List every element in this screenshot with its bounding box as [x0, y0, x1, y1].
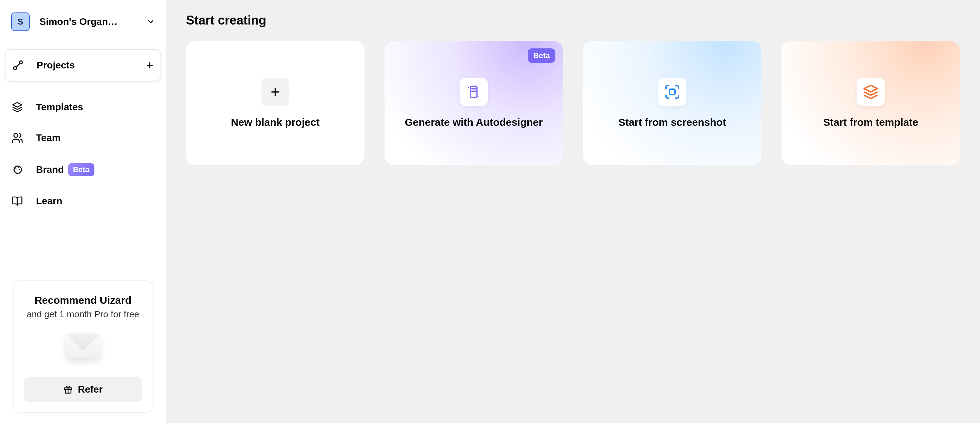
refer-button[interactable]: Refer — [24, 377, 142, 402]
card-autodesigner[interactable]: Beta Generate with Autodesigner — [385, 41, 563, 165]
svg-point-8 — [18, 167, 19, 168]
beta-badge: Beta — [68, 163, 94, 176]
refer-subtitle: and get 1 month Pro for free — [24, 309, 142, 320]
svg-point-18 — [468, 87, 469, 88]
team-icon — [11, 132, 24, 144]
svg-point-5 — [14, 133, 18, 137]
screenshot-icon — [658, 78, 686, 106]
beta-badge: Beta — [528, 48, 555, 63]
svg-point-9 — [19, 169, 20, 170]
add-project-button[interactable] — [145, 61, 154, 70]
organization-switcher[interactable]: S Simon's Organiz… — [5, 8, 161, 35]
svg-marker-4 — [13, 103, 22, 107]
card-title: Start from screenshot — [618, 116, 726, 128]
projects-icon — [12, 59, 24, 71]
svg-marker-21 — [864, 86, 877, 92]
templates-icon — [11, 101, 24, 112]
svg-point-7 — [15, 168, 16, 170]
plus-icon — [261, 78, 290, 106]
org-name: Simon's Organiz… — [40, 16, 119, 27]
card-title: New blank project — [231, 116, 320, 128]
card-title: Start from template — [823, 116, 918, 128]
sidebar-item-label: Brand — [36, 164, 64, 175]
main-content: Start creating New blank project Beta Ge… — [166, 0, 980, 423]
page-title: Start creating — [186, 13, 960, 28]
sidebar-item-projects[interactable]: Projects — [5, 49, 161, 82]
learn-icon — [11, 196, 24, 207]
sidebar-item-label: Templates — [36, 101, 83, 112]
sidebar-item-label: Learn — [36, 196, 62, 207]
svg-rect-20 — [670, 89, 675, 95]
chevron-down-icon — [146, 17, 155, 26]
envelope-icon — [67, 333, 100, 358]
sidebar-item-brand[interactable]: Brand Beta — [5, 154, 161, 186]
sidebar-item-team[interactable]: Team — [5, 122, 161, 154]
sidebar-item-label: Projects — [37, 60, 75, 71]
brand-icon — [11, 164, 24, 175]
org-avatar: S — [11, 13, 30, 31]
template-icon — [857, 78, 885, 106]
svg-point-19 — [478, 96, 479, 97]
sidebar-item-label: Team — [36, 132, 60, 143]
start-cards-row: New blank project Beta Generate with Aut… — [186, 41, 960, 165]
sidebar-item-templates[interactable]: Templates — [5, 92, 161, 122]
card-start-from-screenshot[interactable]: Start from screenshot — [583, 41, 762, 165]
refer-title: Recommend Uizard — [24, 295, 142, 306]
refer-card: Recommend Uizard and get 1 month Pro for… — [13, 280, 153, 413]
card-new-blank-project[interactable]: New blank project — [186, 41, 364, 165]
card-start-from-template[interactable]: Start from template — [781, 41, 960, 165]
sidebar-item-learn[interactable]: Learn — [5, 186, 161, 216]
refer-button-label: Refer — [78, 384, 103, 395]
card-title: Generate with Autodesigner — [405, 116, 543, 128]
gift-icon — [63, 385, 73, 394]
autodesigner-icon — [460, 78, 488, 106]
sidebar: S Simon's Organiz… Projects Templates — [0, 0, 166, 423]
